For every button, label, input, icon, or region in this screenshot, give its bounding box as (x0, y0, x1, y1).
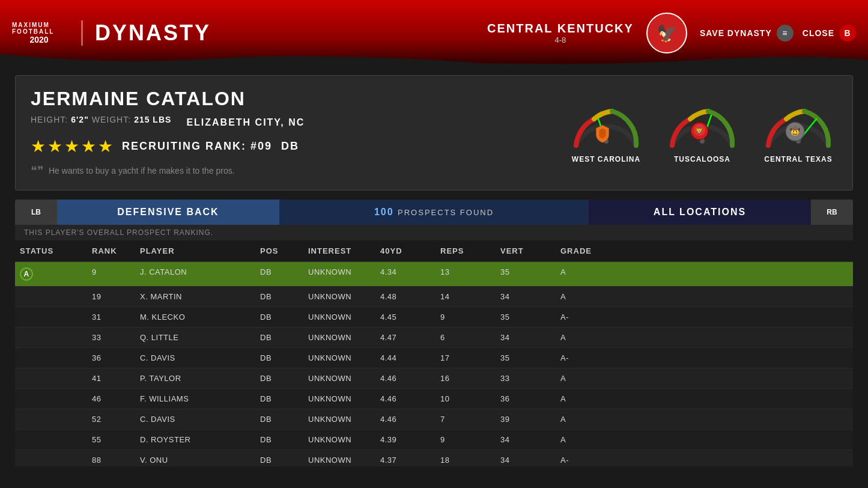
td-grade: A (556, 287, 616, 307)
rank-number: #09 (250, 140, 272, 152)
td-rank: 36 (87, 348, 135, 368)
td-grade: A (556, 328, 616, 347)
td-grade: A- (556, 348, 616, 368)
interest-gauges: WEST CAROLINA (567, 102, 837, 163)
td-40yd: 4.45 (375, 307, 436, 327)
td-interest: UNKNOWN (303, 307, 375, 327)
star-1: ★ (31, 136, 46, 156)
table-row[interactable]: 88V. ONUDBUNKNOWN4.371834A- (15, 450, 853, 466)
save-icon: ≡ (777, 25, 794, 41)
td-rank: 55 (87, 430, 135, 450)
td-40yd: 4.48 (375, 287, 436, 307)
td-40yd: 4.46 (375, 409, 436, 429)
td-pos: DB (255, 409, 303, 429)
save-dynasty-button[interactable]: SAVE DYNASTY ≡ (700, 25, 794, 41)
header-right: CENTRAL KENTUCKY 4-8 🦅 SAVE DYNASTY ≡ CL… (487, 12, 856, 54)
player-quote: ❝❞ He wants to buy a yacht if he makes i… (31, 163, 549, 178)
table-row[interactable]: 55D. ROYSTERDBUNKNOWN4.39934A (15, 430, 853, 450)
gauge-label-t: TUSCALOOSA (674, 155, 730, 163)
prospects-count: 100 (374, 207, 394, 218)
td-player: D. ROYSTER (135, 430, 255, 450)
td-vert: 33 (496, 368, 556, 388)
col-reps: REPS (436, 240, 496, 261)
td-extra (616, 430, 853, 450)
star-4: ★ (81, 136, 96, 156)
player-info: JERMAINE CATALON HEIGHT: 6'2" WEIGHT: 21… (31, 88, 549, 178)
td-extra (616, 348, 853, 368)
recruiting-rank: RECRUITING RANK: #09 DB (122, 140, 299, 153)
table-body[interactable]: A9J. CATALONDBUNKNOWN4.341335A19X. MARTI… (15, 262, 853, 466)
td-player: M. KLECKO (135, 307, 255, 327)
table-row[interactable]: A9J. CATALONDBUNKNOWN4.341335A (15, 262, 853, 287)
td-status (15, 409, 87, 429)
gauge-label-ct: CENTRAL TEXAS (764, 155, 832, 163)
td-status: A (15, 262, 87, 286)
nav-next-button[interactable]: RB (811, 200, 853, 225)
table-header: STATUS RANK PLAYER POS INTEREST 40YD REP… (15, 240, 853, 262)
td-reps: 18 (436, 450, 496, 466)
gauge-label-wc: WEST CAROLINA (572, 155, 640, 163)
close-icon: B (839, 25, 856, 41)
td-extra (616, 450, 853, 466)
quote-text: He wants to buy a yacht if he makes it t… (49, 166, 235, 175)
nav-prev-button[interactable]: LB (15, 200, 57, 225)
td-player: F. WILLIAMS (135, 389, 255, 409)
td-vert: 39 (496, 409, 556, 429)
td-extra (616, 328, 853, 347)
table-row[interactable]: 46F. WILLIAMSDBUNKNOWN4.461036A (15, 389, 853, 409)
td-grade: A (556, 368, 616, 388)
td-40yd: 4.46 (375, 368, 436, 388)
mode-title: DYNASTY (81, 20, 211, 46)
td-rank: 88 (87, 450, 135, 466)
table-row[interactable]: 36C. DAVISDBUNKNOWN4.441735A- (15, 348, 853, 368)
header: MAXIMUM FOOTBALL 2020 DYNASTY CENTRAL KE… (0, 0, 868, 66)
td-player: Q. LITTLE (135, 328, 255, 347)
td-rank: 33 (87, 328, 135, 347)
position-section: DEFENSIVE BACK (57, 200, 279, 225)
table-area: LB DEFENSIVE BACK 100 PROSPECTS FOUND AL… (15, 200, 853, 466)
td-rank: 9 (87, 262, 135, 286)
close-button[interactable]: CLOSE B (803, 25, 856, 41)
table-row[interactable]: 41P. TAYLORDBUNKNOWN4.461633A (15, 368, 853, 389)
td-pos: DB (255, 262, 303, 286)
table-row[interactable]: 31M. KLECKODBUNKNOWN4.45935A- (15, 307, 853, 328)
col-extra (616, 240, 853, 261)
td-status (15, 430, 87, 450)
td-interest: UNKNOWN (303, 409, 375, 429)
td-status (15, 389, 87, 409)
td-40yd: 4.46 (375, 389, 436, 409)
td-reps: 14 (436, 287, 496, 307)
app-name-maximum: MAXIMUM FOOTBALL (12, 22, 66, 35)
td-pos: DB (255, 450, 303, 466)
table-row[interactable]: 19X. MARTINDBUNKNOWN4.481434A (15, 287, 853, 307)
col-interest: INTEREST (303, 240, 375, 261)
td-player: V. ONU (135, 450, 255, 466)
player-height-label: HEIGHT: (31, 115, 68, 124)
td-reps: 16 (436, 368, 496, 388)
player-height: 6'2" (71, 115, 89, 124)
col-grade: GRADE (556, 240, 616, 261)
td-vert: 35 (496, 262, 556, 286)
td-extra (616, 287, 853, 307)
td-pos: DB (255, 348, 303, 368)
td-pos: DB (255, 307, 303, 327)
td-rank: 52 (87, 409, 135, 429)
td-reps: 9 (436, 430, 496, 450)
gauge-container-wc (567, 102, 645, 150)
gauge-container-ct: 🤠 (759, 102, 837, 150)
star-rating: ★ ★ ★ ★ ★ (31, 136, 113, 156)
table-nav: LB DEFENSIVE BACK 100 PROSPECTS FOUND AL… (15, 200, 853, 225)
table-row[interactable]: 33Q. LITTLEDBUNKNOWN4.47634A (15, 328, 853, 348)
gauge-svg-wc (567, 102, 645, 150)
col-rank: RANK (87, 240, 135, 261)
svg-text:🦅: 🦅 (656, 23, 677, 43)
td-pos: DB (255, 287, 303, 307)
status-badge: A (20, 267, 33, 281)
td-rank: 19 (87, 287, 135, 307)
gauge-tuscaloosa: 🦁 TUSCALOOSA (663, 102, 741, 163)
td-40yd: 4.34 (375, 262, 436, 286)
table-row[interactable]: 52C. DAVISDBUNKNOWN4.46739A (15, 409, 853, 430)
gauge-central-texas: 🤠 CENTRAL TEXAS (759, 102, 837, 163)
team-name: CENTRAL KENTUCKY (487, 22, 634, 35)
td-extra (616, 262, 853, 286)
